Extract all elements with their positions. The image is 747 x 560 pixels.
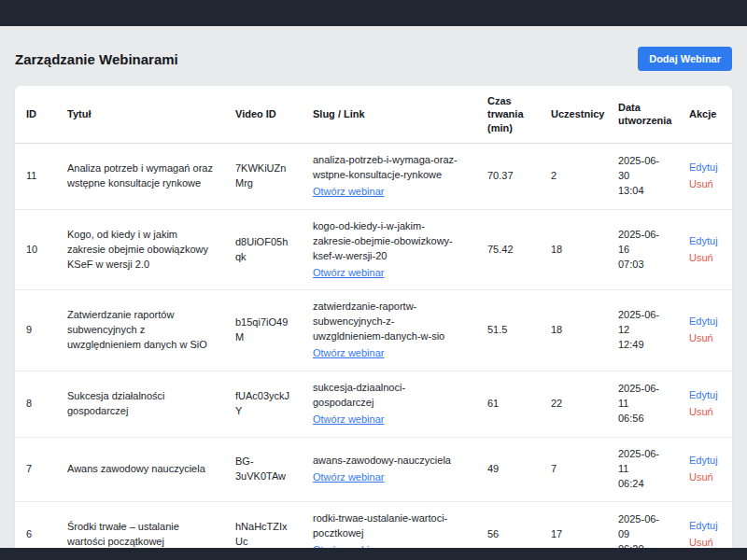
table-row: 7Awans zawodowy nauczycielaBG-3uVK0TAwaw… bbox=[15, 438, 732, 502]
column-header-video-id: Video ID bbox=[224, 86, 302, 143]
created-time: 12:49 bbox=[618, 338, 667, 353]
cell-participants: 18 bbox=[540, 290, 607, 371]
table-header-row: IDTytułVideo IDSlug / LinkCzas trwania (… bbox=[15, 86, 732, 143]
column-header-id: ID bbox=[15, 86, 56, 143]
cell-video-id: 7KWKiUZnMrg bbox=[224, 143, 302, 209]
created-time: 06:24 bbox=[618, 477, 667, 492]
created-date: 2025-06-16 bbox=[618, 228, 667, 258]
table-row: 6Środki trwałe – ustalanie wartości pocz… bbox=[15, 501, 732, 548]
webinar-table-card: IDTytułVideo IDSlug / LinkCzas trwania (… bbox=[15, 86, 732, 548]
cell-id: 7 bbox=[15, 438, 56, 502]
created-date: 2025-06-11 bbox=[618, 382, 667, 412]
cell-title: Analiza potrzeb i wymagań oraz wstępne k… bbox=[56, 143, 224, 209]
cell-duration: 49 bbox=[476, 438, 540, 502]
slug-text: analiza-potrzeb-i-wymaga-oraz-wstpne-kon… bbox=[313, 153, 465, 183]
table-row: 8Sukcesja działalności gospodarczejfUAc0… bbox=[15, 371, 732, 438]
created-date: 2025-06-30 bbox=[618, 154, 667, 184]
column-header-title: Tytuł bbox=[56, 86, 224, 143]
delete-link[interactable]: Usuń bbox=[689, 251, 721, 266]
table-row: 10Kogo, od kiedy i w jakim zakresie obej… bbox=[15, 209, 732, 290]
cell-duration: 61 bbox=[476, 371, 540, 438]
page-content: Zarządzanie Webinarami Dodaj Webinar IDT… bbox=[0, 26, 747, 548]
edit-link[interactable]: Edytuj bbox=[689, 454, 721, 469]
created-date: 2025-06-09 bbox=[618, 512, 667, 542]
edit-link[interactable]: Edytuj bbox=[689, 161, 721, 175]
cell-actions: EdytujUsuń bbox=[678, 371, 732, 438]
cell-duration: 51.5 bbox=[476, 290, 540, 371]
cell-title: Zatwierdzanie raportów subwencyjnych z u… bbox=[56, 290, 224, 371]
edit-link[interactable]: Edytuj bbox=[689, 388, 721, 403]
cell-title: Awans zawodowy nauczyciela bbox=[56, 438, 224, 502]
delete-link[interactable]: Usuń bbox=[689, 470, 721, 485]
cell-duration: 56 bbox=[476, 501, 540, 548]
cell-id: 6 bbox=[15, 501, 56, 548]
add-webinar-button[interactable]: Dodaj Webinar bbox=[638, 47, 732, 71]
cell-participants: 17 bbox=[540, 501, 607, 548]
cell-actions: EdytujUsuń bbox=[678, 438, 732, 502]
column-header-participants: Uczestnicy bbox=[540, 86, 607, 143]
delete-link[interactable]: Usuń bbox=[689, 331, 721, 346]
created-date: 2025-06-11 bbox=[618, 447, 667, 477]
cell-created: 2025-06-1212:49 bbox=[607, 290, 678, 371]
edit-link[interactable]: Edytuj bbox=[689, 519, 721, 534]
top-navigation-bar bbox=[0, 0, 747, 26]
edit-link[interactable]: Edytuj bbox=[689, 234, 721, 249]
cell-duration: 70.37 bbox=[476, 143, 540, 209]
cell-video-id: d8UiOF05hqk bbox=[224, 209, 302, 290]
column-header-actions: Akcje bbox=[678, 86, 732, 143]
cell-created: 2025-06-3013:04 bbox=[607, 143, 678, 209]
cell-duration: 75.42 bbox=[476, 209, 540, 290]
cell-participants: 2 bbox=[540, 143, 607, 209]
cell-slug-link: rodki-trwae-ustalanie-wartoci-pocztkowej… bbox=[302, 501, 476, 548]
cell-video-id: hNaHcTZIxUc bbox=[224, 501, 302, 548]
cell-slug-link: kogo-od-kiedy-i-w-jakim-zakresie-obejmie… bbox=[302, 209, 476, 290]
cell-slug-link: analiza-potrzeb-i-wymaga-oraz-wstpne-kon… bbox=[302, 143, 476, 209]
created-time: 06:56 bbox=[618, 412, 667, 427]
slug-text: awans-zawodowy-nauczyciela bbox=[313, 454, 465, 469]
cell-video-id: b15qi7iO49M bbox=[224, 290, 302, 371]
open-webinar-link[interactable]: Otwórz webinar bbox=[313, 470, 384, 485]
table-row: 11Analiza potrzeb i wymagań oraz wstępne… bbox=[15, 143, 732, 209]
bottom-bar bbox=[0, 548, 747, 560]
table-row: 9Zatwierdzanie raportów subwencyjnych z … bbox=[15, 290, 732, 371]
cell-participants: 18 bbox=[540, 209, 607, 290]
created-date: 2025-06-12 bbox=[618, 308, 667, 338]
cell-id: 10 bbox=[15, 209, 56, 290]
cell-slug-link: sukcesja-dziaalnoci-gospodarczejOtwórz w… bbox=[302, 371, 476, 438]
slug-text: rodki-trwae-ustalanie-wartoci-pocztkowej bbox=[313, 511, 465, 541]
cell-id: 9 bbox=[15, 290, 56, 371]
cell-title: Środki trwałe – ustalanie wartości począ… bbox=[56, 501, 224, 548]
cell-actions: EdytujUsuń bbox=[678, 501, 732, 548]
created-time: 13:04 bbox=[618, 184, 667, 199]
cell-created: 2025-06-1607:03 bbox=[607, 209, 678, 290]
created-time: 07:03 bbox=[618, 258, 667, 273]
cell-id: 8 bbox=[15, 371, 56, 438]
cell-created: 2025-06-1106:56 bbox=[607, 371, 678, 438]
page-header: Zarządzanie Webinarami Dodaj Webinar bbox=[15, 47, 732, 71]
delete-link[interactable]: Usuń bbox=[689, 405, 721, 420]
cell-slug-link: awans-zawodowy-nauczycielaOtwórz webinar bbox=[302, 438, 476, 502]
webinar-table: IDTytułVideo IDSlug / LinkCzas trwania (… bbox=[15, 86, 732, 548]
cell-title: Kogo, od kiedy i w jakim zakresie obejmi… bbox=[56, 209, 224, 290]
cell-created: 2025-06-0906:20 bbox=[607, 501, 678, 548]
column-header-slug-link: Slug / Link bbox=[302, 86, 476, 143]
slug-text: kogo-od-kiedy-i-w-jakim-zakresie-obejmie… bbox=[313, 219, 465, 264]
delete-link[interactable]: Usuń bbox=[689, 177, 721, 192]
cell-created: 2025-06-1106:24 bbox=[607, 438, 678, 502]
cell-actions: EdytujUsuń bbox=[678, 290, 732, 371]
column-header-duration: Czas trwania (min) bbox=[476, 86, 540, 143]
open-webinar-link[interactable]: Otwórz webinar bbox=[313, 266, 384, 281]
cell-participants: 7 bbox=[540, 438, 607, 502]
open-webinar-link[interactable]: Otwórz webinar bbox=[313, 185, 384, 200]
cell-actions: EdytujUsuń bbox=[678, 209, 732, 290]
edit-link[interactable]: Edytuj bbox=[689, 315, 721, 329]
cell-participants: 22 bbox=[540, 371, 607, 438]
page-title: Zarządzanie Webinarami bbox=[15, 51, 178, 67]
cell-video-id: fUAc03yckJY bbox=[224, 371, 302, 438]
cell-slug-link: zatwierdzanie-raportw-subwencyjnych-z-uw… bbox=[302, 290, 476, 371]
cell-actions: EdytujUsuń bbox=[678, 143, 732, 209]
open-webinar-link[interactable]: Otwórz webinar bbox=[313, 413, 384, 427]
slug-text: sukcesja-dziaalnoci-gospodarczej bbox=[313, 381, 465, 411]
delete-link[interactable]: Usuń bbox=[689, 536, 721, 548]
open-webinar-link[interactable]: Otwórz webinar bbox=[313, 346, 384, 361]
